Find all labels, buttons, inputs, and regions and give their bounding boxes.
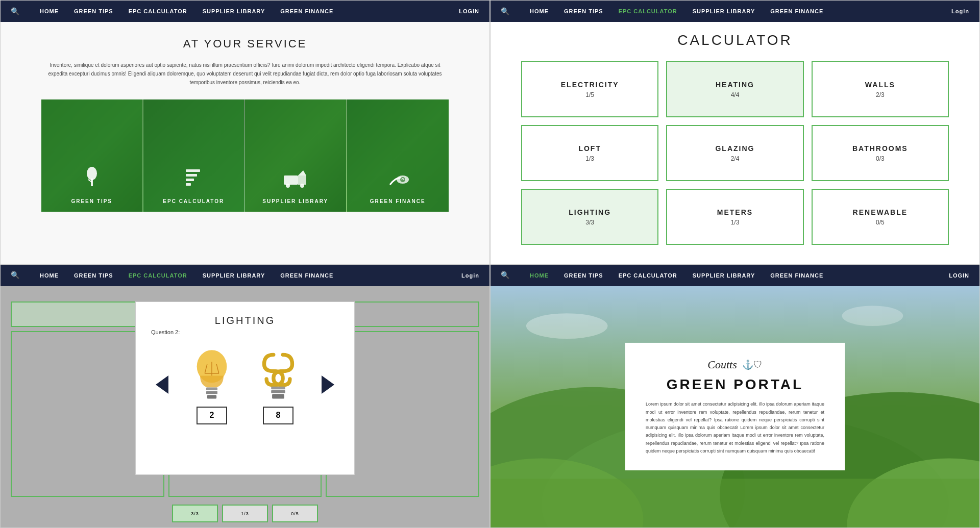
- card-overlay: [347, 99, 449, 212]
- nav3-epc-link[interactable]: EPC CALCULATOR: [129, 272, 187, 279]
- loft-progress: 1/3: [585, 155, 594, 162]
- home-title: AT YOUR SERVICE: [41, 37, 449, 51]
- login-button-4[interactable]: LOGIN: [949, 272, 969, 279]
- nav-portal: 🔍 HOME GREEN TIPS EPC CALCULATOR SUPPLIE…: [491, 265, 979, 286]
- svg-rect-23: [271, 390, 285, 393]
- meters-card[interactable]: METERS 1/3: [666, 189, 803, 245]
- card-overlay: [245, 99, 346, 212]
- crest-icon: ⚓🛡: [742, 359, 763, 370]
- nav3-green-tips-link[interactable]: GREEN TIPS: [74, 272, 113, 279]
- bulb1-count: 2: [197, 407, 227, 424]
- green-tips-card[interactable]: GREEN TIPS: [41, 99, 143, 212]
- electricity-progress: 1/5: [585, 91, 594, 98]
- svg-rect-21: [207, 395, 216, 398]
- finance-card[interactable]: GREEN FINANCE: [347, 99, 449, 212]
- traditional-bulb-icon: [189, 345, 235, 401]
- bulb2-count: 8: [263, 407, 293, 424]
- glazing-name: GLAZING: [715, 144, 754, 153]
- heating-progress: 4/4: [731, 91, 740, 98]
- loft-card[interactable]: LOFT 1/3: [521, 125, 658, 181]
- epc-icon: [183, 167, 204, 194]
- cfl-bulb-container: 8: [255, 345, 301, 424]
- meters-progress: 1/3: [731, 219, 740, 226]
- prev-button[interactable]: [156, 375, 168, 394]
- home-content: AT YOUR SERVICE Inventore, similique et …: [1, 22, 489, 264]
- svg-rect-24: [272, 394, 284, 398]
- nav2-home-link[interactable]: HOME: [530, 8, 549, 14]
- portal-title: GREEN PORTAL: [646, 376, 824, 393]
- lighting-name: LIGHTING: [569, 208, 611, 216]
- nav-epc-link[interactable]: EPC CALCULATOR: [129, 8, 187, 14]
- nav-home-link[interactable]: HOME: [40, 8, 59, 14]
- lighting-card[interactable]: LIGHTING 3/3: [521, 189, 658, 245]
- walls-card[interactable]: WALLS 2/3: [812, 61, 949, 117]
- quadrant-calculator: 🔍 HOME GREEN TIPS EPC CALCULATOR SUPPLIE…: [490, 0, 980, 264]
- quadrant-portal: 🔍 HOME GREEN TIPS EPC CALCULATOR SUPPLIE…: [490, 264, 980, 529]
- next-button[interactable]: [322, 375, 334, 394]
- calculator-content: CALCULATOR ELECTRICITY 1/5 HEATING 4/4 W…: [491, 22, 979, 264]
- svg-point-13: [400, 177, 405, 182]
- glazing-progress: 2/4: [731, 155, 740, 162]
- progress-card-1[interactable]: 3/3: [172, 505, 218, 522]
- svg-point-32: [526, 313, 608, 339]
- search-icon-4[interactable]: 🔍: [501, 271, 509, 280]
- svg-rect-5: [186, 179, 194, 181]
- nav-supplier-link[interactable]: SUPPLIER LIBRARY: [203, 8, 265, 14]
- loft-name: LOFT: [578, 144, 601, 153]
- svg-rect-19: [206, 387, 217, 390]
- glazing-card[interactable]: GLAZING 2/4: [666, 125, 803, 181]
- nav3-supplier-link[interactable]: SUPPLIER LIBRARY: [203, 272, 265, 279]
- svg-point-10: [286, 184, 290, 188]
- nav4-home-link[interactable]: HOME: [530, 272, 549, 279]
- svg-rect-7: [284, 175, 298, 185]
- nav4-finance-link[interactable]: GREEN FINANCE: [770, 272, 823, 279]
- green-tips-label: GREEN TIPS: [71, 198, 112, 204]
- card-overlay: [143, 99, 244, 212]
- search-icon-2[interactable]: 🔍: [501, 7, 509, 16]
- svg-point-33: [842, 306, 903, 326]
- categories-grid: ELECTRICITY 1/5 HEATING 4/4 WALLS 2/3 LO…: [521, 61, 949, 245]
- supplier-card[interactable]: SUPPLIER LIBRARY: [245, 99, 347, 212]
- bathrooms-progress: 0/3: [876, 155, 885, 162]
- progress-card-3[interactable]: 0/5: [272, 505, 318, 522]
- svg-rect-4: [186, 174, 197, 177]
- epc-calc-card[interactable]: EPC CALCULATOR: [143, 99, 246, 212]
- progress-card-2[interactable]: 1/3: [222, 505, 268, 522]
- nav-finance-link[interactable]: GREEN FINANCE: [280, 8, 333, 14]
- search-icon-3[interactable]: 🔍: [11, 271, 19, 280]
- svg-rect-1: [91, 179, 93, 186]
- nav4-epc-link[interactable]: EPC CALCULATOR: [619, 272, 677, 279]
- login-button-3[interactable]: Login: [461, 272, 479, 279]
- walls-name: WALLS: [865, 81, 895, 89]
- portal-card: Coutts ⚓🛡 GREEN PORTAL Lorem ipsum dolor…: [625, 343, 845, 470]
- calculator-title: CALCULATOR: [521, 32, 949, 48]
- svg-point-0: [87, 167, 97, 180]
- renewable-progress: 0/5: [876, 219, 885, 226]
- nav2-epc-link[interactable]: EPC CALCULATOR: [619, 8, 677, 14]
- electricity-card[interactable]: ELECTRICITY 1/5: [521, 61, 658, 117]
- finance-label: GREEN FINANCE: [370, 198, 426, 204]
- nav4-supplier-link[interactable]: SUPPLIER LIBRARY: [693, 272, 755, 279]
- bathrooms-card[interactable]: BATHROOMS 0/3: [812, 125, 949, 181]
- nav-green-tips-link[interactable]: GREEN TIPS: [74, 8, 113, 14]
- svg-marker-9: [298, 170, 306, 175]
- quadrant-home: 🔍 HOME GREEN TIPS EPC CALCULATOR SUPPLIE…: [0, 0, 490, 264]
- home-intro: Inventore, similique et dolorum asperior…: [41, 61, 449, 87]
- nav2-finance-link[interactable]: GREEN FINANCE: [770, 8, 823, 14]
- svg-rect-3: [186, 169, 200, 172]
- nav-lighting: 🔍 HOME GREEN TIPS EPC CALCULATOR SUPPLIE…: [1, 265, 489, 286]
- nav2-supplier-link[interactable]: SUPPLIER LIBRARY: [693, 8, 755, 14]
- portal-body: Lorem ipsum dolor sit amet consectetur a…: [646, 400, 824, 455]
- nav3-finance-link[interactable]: GREEN FINANCE: [280, 272, 333, 279]
- heating-card[interactable]: HEATING 4/4: [666, 61, 803, 117]
- login-button-2[interactable]: Login: [951, 8, 969, 14]
- login-button[interactable]: LOGIN: [459, 8, 479, 14]
- nav3-home-link[interactable]: HOME: [40, 272, 59, 279]
- search-icon[interactable]: 🔍: [11, 7, 19, 16]
- renewable-card[interactable]: RENEWABLE 0/5: [812, 189, 949, 245]
- nav-home: 🔍 HOME GREEN TIPS EPC CALCULATOR SUPPLIE…: [1, 1, 489, 22]
- nav4-green-tips-link[interactable]: GREEN TIPS: [564, 272, 603, 279]
- svg-rect-6: [186, 183, 191, 186]
- nav2-green-tips-link[interactable]: GREEN TIPS: [564, 8, 603, 14]
- portal-content: Coutts ⚓🛡 GREEN PORTAL Lorem ipsum dolor…: [491, 286, 979, 528]
